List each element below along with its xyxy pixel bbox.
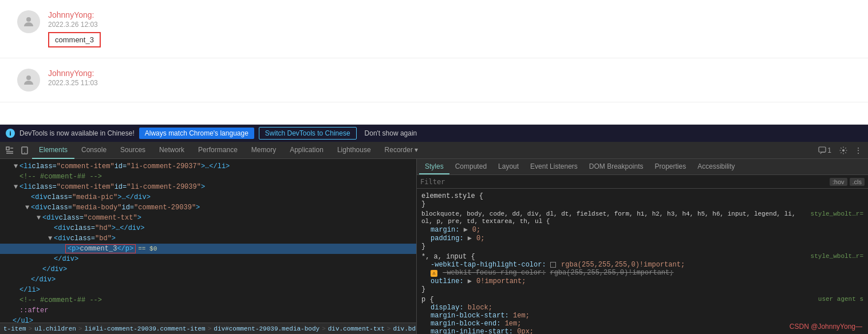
more-icon[interactable]: ⋮ — [851, 143, 866, 158]
tab-layout[interactable]: Layout — [492, 159, 524, 174]
dom-zero-marker: == $0 — [138, 245, 157, 252]
comment-content-2: JohnnyYong: 2022.3.25 11:03 — [48, 69, 98, 90]
html-line: ▼ <li class="comment-item" id="li-commen… — [0, 182, 416, 192]
html-line: ▼ <div class="bd"> — [0, 233, 416, 244]
chat-count: 1 — [827, 146, 831, 154]
styles-tabs: Styles Computed Layout Event Listeners D… — [417, 159, 868, 175]
info-icon: i — [6, 129, 15, 138]
comment-block-2: JohnnyYong: 2022.3.25 11:03 — [0, 58, 868, 102]
svg-point-0 — [26, 17, 31, 22]
comment-date-2: 2022.3.25 11:03 — [48, 79, 98, 87]
html-panel[interactable]: ▼ <li class="comment-item" id="li-commen… — [0, 159, 417, 334]
expand-toggle[interactable]: ▼ — [14, 162, 19, 170]
styles-content[interactable]: element.style { } blockquote, body, code… — [417, 189, 868, 334]
expand-toggle[interactable]: ▼ — [37, 214, 42, 222]
tab-application[interactable]: Application — [283, 142, 330, 159]
style-rule-star: *, a, input { style_wbolt…r= -webkit-tap… — [417, 252, 868, 295]
avatar-1 — [17, 10, 40, 33]
comment-username-2: JohnnyYong: — [48, 69, 98, 78]
breadcrumb-item[interactable]: div.comment-txt — [328, 325, 385, 332]
breadcrumb-item[interactable]: li#li-comment-29039.comment-item — [84, 325, 205, 332]
device-icon[interactable] — [17, 143, 32, 158]
tab-dom-breakpoints[interactable]: DOM Breakpoints — [583, 159, 649, 174]
breadcrumb-item[interactable]: t-item — [3, 325, 26, 332]
svg-rect-2 — [6, 147, 9, 150]
html-line: </li> — [0, 285, 416, 295]
tab-properties[interactable]: Properties — [649, 159, 692, 174]
settings-icon[interactable] — [836, 143, 851, 158]
devtools-tabs-bar: Elements Console Sources Network Perform… — [0, 142, 868, 159]
tab-elements[interactable]: Elements — [32, 142, 74, 159]
comment-content-1: JohnnyYong: 2022.3.26 12:03 comment_3 — [48, 10, 101, 47]
svg-point-7 — [24, 152, 25, 153]
tab-performance[interactable]: Performance — [191, 142, 244, 159]
html-line: ▼ <li class="comment-item" id="li-commen… — [0, 161, 416, 172]
html-line: <!-- #comment-## --> — [0, 295, 416, 305]
html-line: </div> — [0, 264, 416, 275]
svg-point-9 — [842, 149, 845, 152]
watermark: CSDN @JohnnyYong— — [790, 323, 862, 331]
tab-memory[interactable]: Memory — [244, 142, 283, 159]
tab-accessibility[interactable]: Accessibility — [692, 159, 740, 174]
html-line: </div> — [0, 275, 416, 285]
html-line: ::after — [0, 305, 416, 316]
tab-recorder[interactable]: Recorder ▾ — [378, 142, 425, 159]
btn-match-language[interactable]: Always match Chrome's language — [139, 128, 254, 139]
expand-toggle[interactable]: ▼ — [25, 204, 31, 212]
comment-date-1: 2022.3.26 12:03 — [48, 21, 101, 29]
breadcrumb: t-item > ul.children > li#li-comment-290… — [0, 323, 416, 334]
devtools-main: ▼ <li class="comment-item" id="li-commen… — [0, 159, 868, 334]
html-line: </div> — [0, 254, 416, 264]
btn-dismiss[interactable]: Don't show again — [361, 128, 421, 139]
html-line: <!-- #comment-## --> — [0, 172, 416, 182]
chat-badge: 1 — [814, 145, 836, 156]
tab-console[interactable]: Console — [74, 142, 113, 159]
devtools-banner: i DevTools is now available in Chinese! … — [0, 125, 868, 142]
breadcrumb-item[interactable]: div#comment-29039.media-body — [214, 325, 319, 332]
svg-point-1 — [26, 75, 31, 80]
btn-switch-chinese[interactable]: Switch DevTools to Chinese — [259, 127, 357, 140]
tab-styles[interactable]: Styles — [419, 159, 449, 174]
expand-toggle[interactable]: ▼ — [14, 183, 19, 191]
filter-btn-cls[interactable]: .cls — [850, 178, 865, 186]
styles-panel: Styles Computed Layout Event Listeners D… — [417, 159, 868, 334]
html-line: ▼ <div class="media-body" id="comment-29… — [0, 202, 416, 213]
styles-filter-bar: :hov .cls — [417, 175, 868, 189]
devtools-panel: Elements Console Sources Network Perform… — [0, 142, 868, 334]
comment-block-1: JohnnyYong: 2022.3.26 12:03 comment_3 — [0, 0, 868, 58]
tab-computed[interactable]: Computed — [449, 159, 492, 174]
style-rule-blockquote: blockquote, body, code, dd, div, dl, dt,… — [417, 209, 868, 252]
html-line: <div class="hd">…</div> — [0, 223, 416, 233]
expand-toggle[interactable]: ▼ — [48, 234, 54, 242]
tab-lighthouse[interactable]: Lighthouse — [330, 142, 378, 159]
style-rule-element: element.style { } — [417, 191, 868, 209]
breadcrumb-item[interactable]: ul.children — [34, 325, 76, 332]
banner-text: DevTools is now available in Chinese! — [19, 129, 135, 137]
filter-btn-hov[interactable]: :hov — [830, 178, 847, 186]
filter-input[interactable] — [420, 178, 825, 186]
tab-network[interactable]: Network — [152, 142, 191, 159]
comment-username-1: JohnnyYong: — [48, 10, 101, 19]
filter-buttons: :hov .cls — [830, 178, 865, 186]
avatar-2 — [17, 69, 40, 92]
inspect-icon[interactable] — [2, 143, 17, 158]
breadcrumb-item[interactable]: div.bd — [393, 325, 416, 332]
html-line-highlighted: <p>comment_3</p> == $0 — [0, 244, 416, 254]
content-area: JohnnyYong: 2022.3.26 12:03 comment_3 Jo… — [0, 0, 868, 125]
tab-event-listeners[interactable]: Event Listeners — [524, 159, 583, 174]
warning-icon: ⚠ — [431, 270, 437, 277]
html-line: <div class="media-pic">…</div> — [0, 192, 416, 202]
svg-rect-8 — [819, 147, 826, 152]
html-line: ▼ <div class="comment-txt"> — [0, 213, 416, 223]
tab-sources[interactable]: Sources — [113, 142, 152, 159]
comment-text-box-1: comment_3 — [48, 32, 101, 47]
